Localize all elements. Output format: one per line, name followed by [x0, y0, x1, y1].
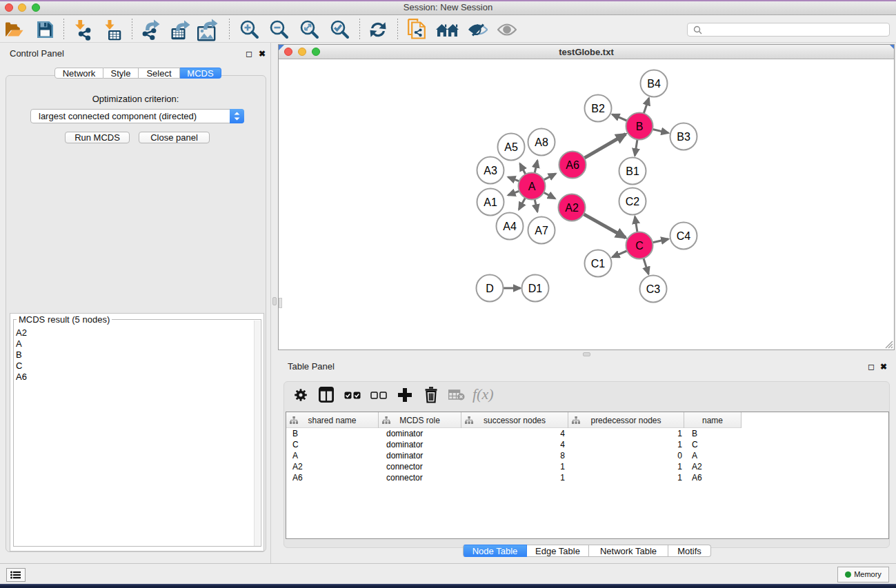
svg-text:A8: A8	[535, 136, 548, 148]
svg-text:C3: C3	[646, 283, 661, 295]
svg-text:A: A	[528, 181, 536, 192]
svg-text:C: C	[635, 240, 644, 252]
svg-text:B4: B4	[647, 78, 661, 90]
svg-text:A3: A3	[484, 165, 497, 176]
svg-text:B3: B3	[677, 131, 690, 143]
svg-text:C1: C1	[591, 258, 606, 270]
svg-text:D1: D1	[528, 283, 543, 294]
svg-text:C4: C4	[677, 230, 691, 242]
svg-text:A1: A1	[484, 196, 497, 208]
svg-text:B2: B2	[591, 103, 605, 114]
svg-text:A6: A6	[566, 159, 579, 171]
svg-text:B: B	[636, 121, 644, 132]
svg-text:A4: A4	[503, 221, 517, 232]
svg-text:B1: B1	[626, 165, 639, 177]
svg-text:A5: A5	[504, 141, 518, 153]
svg-text:D: D	[486, 283, 494, 294]
svg-text:A2: A2	[565, 202, 579, 214]
svg-text:C2: C2	[626, 196, 640, 207]
svg-text:A7: A7	[535, 225, 548, 236]
